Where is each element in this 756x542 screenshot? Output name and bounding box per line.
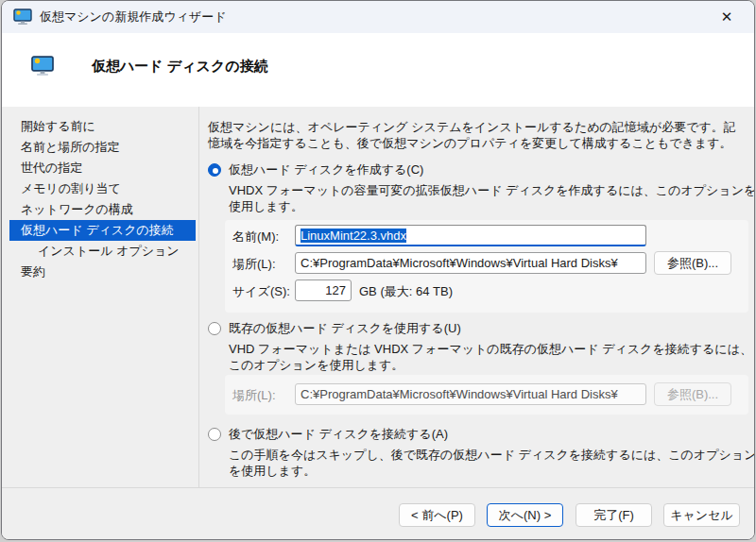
attach-later-description: この手順を今はスキップし、後で既存の仮想ハード ディスクを接続するには、このオプ… [229, 447, 755, 479]
wizard-window: 仮想マシンの新規作成ウィザード ✕ 仮想ハード ディスクの接続 開始する前に 名… [1, 0, 755, 540]
radio-attach-later-label: 後で仮想ハード ディスクを接続する(A) [229, 426, 448, 443]
close-button[interactable]: ✕ [705, 1, 748, 32]
browse-button[interactable]: 参照(B)... [654, 251, 731, 275]
wizard-page-content: 仮想マシンには、オペレーティング システムをインストールするための記憶域が必要で… [208, 107, 748, 487]
existing-vhd-description: VHD フォーマットまたは VHDX フォーマットの既存の仮想ハード ディスクを… [229, 341, 755, 373]
sidebar-item-networking[interactable]: ネットワークの構成 [9, 199, 196, 220]
location-label-disabled: 場所(L): [232, 387, 276, 404]
radio-row-attach-later: 後で仮想ハード ディスクを接続する(A) [208, 426, 448, 443]
back-button[interactable]: < 前へ(P) [399, 503, 475, 527]
next-button[interactable]: 次へ(N) > [487, 503, 563, 527]
create-vhd-description: VHDX フォーマットの容量可変の拡張仮想ハード ディスクを作成するには、このオ… [229, 182, 755, 214]
size-suffix: GB (最大: 64 TB) [359, 283, 453, 300]
title-bar: 仮想マシンの新規作成ウィザード ✕ [2, 1, 754, 33]
location-label: 場所(L): [232, 256, 276, 273]
footer: < 前へ(P) 次へ(N) > 完了(F) キャンセル [2, 488, 754, 540]
sidebar-item-summary[interactable]: 要約 [9, 262, 196, 282]
wizard-header: 仮想ハード ディスクの接続 [2, 33, 754, 107]
radio-existing-vhd[interactable] [208, 322, 221, 335]
name-input-selected-text: LinuxMint22.3.vhdx [301, 229, 406, 243]
location-input-disabled: C:¥ProgramData¥Microsoft¥Windows¥Virtual… [295, 383, 646, 405]
size-label: サイズ(S): [232, 283, 290, 300]
sidebar-item-connect-vhd[interactable]: 仮想ハード ディスクの接続 [9, 220, 196, 241]
radio-existing-vhd-label: 既存の仮想ハード ディスクを使用する(U) [229, 320, 461, 337]
vertical-separator [198, 107, 199, 487]
window-title: 仮想マシンの新規作成ウィザード [40, 8, 226, 25]
wizard-body: 開始する前に 名前と場所の指定 世代の指定 メモリの割り当て ネットワークの構成… [2, 107, 754, 487]
page-title: 仮想ハード ディスクの接続 [92, 58, 268, 76]
name-input[interactable]: LinuxMint22.3.vhdx [295, 225, 646, 246]
cancel-button[interactable]: キャンセル [663, 503, 740, 527]
radio-row-existing-vhd: 既存の仮想ハード ディスクを使用する(U) [208, 320, 461, 337]
browse-button-disabled: 参照(B)... [654, 382, 731, 406]
radio-attach-later[interactable] [208, 428, 221, 441]
radio-create-vhd[interactable] [208, 163, 221, 177]
wizard-steps-sidebar: 開始する前に 名前と場所の指定 世代の指定 メモリの割り当て ネットワークの構成… [2, 116, 198, 282]
sidebar-item-name-location[interactable]: 名前と場所の指定 [9, 137, 196, 158]
radio-row-create-vhd: 仮想ハード ディスクを作成する(C) [208, 161, 423, 178]
location-input[interactable]: C:¥ProgramData¥Microsoft¥Windows¥Virtual… [295, 252, 646, 274]
vm-wizard-icon [13, 8, 32, 25]
sidebar-item-generation[interactable]: 世代の指定 [9, 158, 196, 178]
finish-button[interactable]: 完了(F) [576, 503, 652, 527]
close-icon: ✕ [721, 8, 733, 25]
name-label: 名前(M): [232, 229, 279, 246]
sidebar-item-install-options[interactable]: インストール オプション [9, 241, 196, 262]
page-icon [30, 56, 55, 76]
size-input[interactable]: 127 [295, 279, 352, 301]
sidebar-item-memory[interactable]: メモリの割り当て [9, 178, 196, 199]
radio-create-vhd-label: 仮想ハード ディスクを作成する(C) [229, 161, 423, 178]
intro-text: 仮想マシンには、オペレーティング システムをインストールするための記憶域が必要で… [208, 119, 747, 151]
sidebar-item-before-you-begin[interactable]: 開始する前に [9, 116, 196, 137]
